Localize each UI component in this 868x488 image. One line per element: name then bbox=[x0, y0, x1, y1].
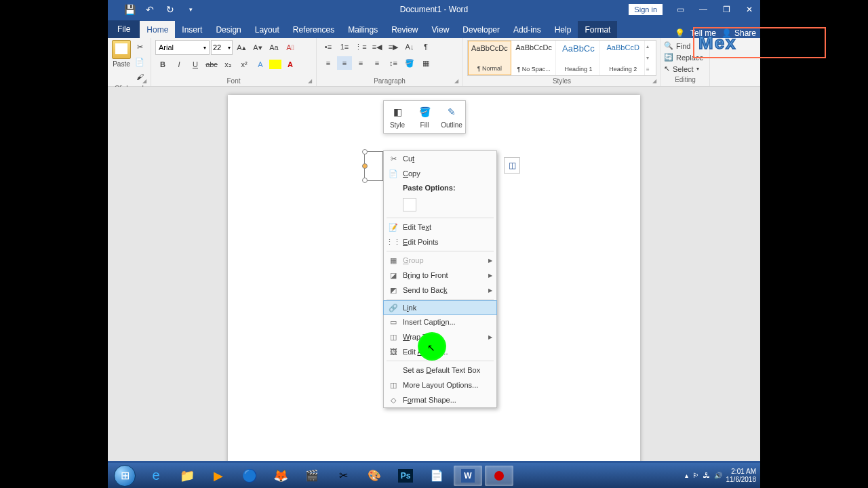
style-heading1[interactable]: AaBbCcHeading 1 bbox=[557, 41, 601, 75]
minimize-button[interactable]: — bbox=[692, 0, 714, 19]
tray-network-icon[interactable]: 🖧 bbox=[703, 472, 710, 479]
tab-developer[interactable]: Developer bbox=[456, 21, 507, 38]
underline-button[interactable]: U bbox=[188, 58, 203, 71]
tb-notepad[interactable]: 📄 bbox=[422, 466, 451, 486]
cut-icon[interactable]: ✂ bbox=[132, 40, 147, 54]
align-left-icon[interactable]: ≡ bbox=[321, 56, 336, 70]
ctx-copy[interactable]: 📄Copy bbox=[384, 166, 496, 181]
ctx-paste-option[interactable] bbox=[384, 193, 496, 216]
font-color-icon[interactable]: A bbox=[283, 58, 298, 71]
decrease-indent-icon[interactable]: ≡◀ bbox=[370, 40, 384, 54]
text-effects-icon[interactable]: A bbox=[253, 58, 268, 71]
ribbon-display-icon[interactable]: ▭ bbox=[669, 0, 691, 19]
change-case-icon[interactable]: Aa bbox=[267, 41, 281, 54]
tab-addins[interactable]: Add-ins bbox=[507, 21, 548, 38]
tray-flag-icon[interactable]: 🏳 bbox=[692, 472, 699, 479]
ctx-bring-front[interactable]: ◪Bring to Front▶ bbox=[384, 268, 496, 283]
paragraph-launcher-icon[interactable]: ◢ bbox=[454, 78, 461, 85]
mini-outline[interactable]: ✎Outline bbox=[438, 101, 465, 133]
tab-format[interactable]: Format bbox=[578, 21, 617, 38]
align-right-icon[interactable]: ≡ bbox=[353, 56, 368, 70]
grow-font-icon[interactable]: A▴ bbox=[234, 41, 249, 54]
line-spacing-icon[interactable]: ↕≡ bbox=[386, 56, 401, 70]
font-launcher-icon[interactable]: ◢ bbox=[308, 78, 315, 85]
maximize-button[interactable]: ❐ bbox=[715, 0, 737, 19]
ctx-cut[interactable]: ✂Cut bbox=[384, 151, 496, 166]
tellme-icon[interactable]: 💡 bbox=[675, 28, 685, 38]
tb-video[interactable]: 🎬 bbox=[298, 466, 326, 486]
mini-style[interactable]: ◧Style bbox=[384, 101, 411, 133]
highlight-icon[interactable] bbox=[269, 60, 281, 69]
tb-firefox[interactable]: 🦊 bbox=[267, 466, 295, 486]
ctx-link[interactable]: 🔗Link bbox=[383, 300, 497, 315]
tb-photoshop[interactable]: Ps bbox=[391, 466, 420, 486]
clipboard-launcher-icon[interactable]: ◢ bbox=[142, 78, 149, 85]
ctx-edit-alt[interactable]: 🖼Edit Alt Text... bbox=[384, 344, 496, 359]
numbering-icon[interactable]: 1≡ bbox=[337, 40, 352, 54]
tb-word[interactable]: W bbox=[454, 466, 482, 486]
style-nospacing[interactable]: AaBbCcDc¶ No Spac... bbox=[513, 41, 556, 75]
tray-volume-icon[interactable]: 🔊 bbox=[714, 472, 722, 479]
align-center-icon[interactable]: ≡ bbox=[337, 56, 352, 70]
show-marks-icon[interactable]: ¶ bbox=[418, 40, 433, 54]
signin-button[interactable]: Sign in bbox=[629, 4, 663, 15]
paste-button[interactable]: Paste bbox=[112, 40, 131, 83]
multilevel-icon[interactable]: ⋮≡ bbox=[353, 40, 368, 54]
justify-icon[interactable]: ≡ bbox=[370, 56, 384, 70]
tab-help[interactable]: Help bbox=[548, 21, 578, 38]
italic-button[interactable]: I bbox=[172, 58, 186, 71]
shading-icon[interactable]: 🪣 bbox=[402, 56, 417, 70]
superscript-button[interactable]: x² bbox=[237, 58, 252, 71]
tab-insert[interactable]: Insert bbox=[175, 21, 209, 38]
tab-mailings[interactable]: Mailings bbox=[341, 21, 384, 38]
styles-down-icon[interactable]: ▾ bbox=[646, 55, 656, 61]
bullets-icon[interactable]: •≡ bbox=[321, 40, 336, 54]
bold-button[interactable]: B bbox=[155, 58, 170, 71]
ctx-more-layout[interactable]: ◫More Layout Options... bbox=[384, 378, 496, 392]
tab-home[interactable]: Home bbox=[140, 21, 175, 38]
ctx-set-default[interactable]: Set as Default Text Box bbox=[384, 363, 496, 378]
sort-icon[interactable]: A↓ bbox=[402, 40, 417, 54]
tray-expand-icon[interactable]: ▴ bbox=[685, 472, 688, 479]
handle-bottom-left[interactable] bbox=[362, 178, 368, 183]
tab-layout[interactable]: Layout bbox=[248, 21, 286, 38]
increase-indent-icon[interactable]: ≡▶ bbox=[386, 40, 401, 54]
ctx-edit-text[interactable]: 📝Edit Text bbox=[384, 220, 496, 235]
save-icon[interactable]: 💾 bbox=[121, 2, 138, 17]
font-name-combo[interactable]: Arial▾ bbox=[155, 40, 210, 55]
redo-icon[interactable]: ↻ bbox=[162, 2, 178, 17]
handle-mid-left[interactable] bbox=[362, 163, 368, 169]
handle-top-left[interactable] bbox=[362, 149, 368, 155]
ctx-format-shape[interactable]: ◇Format Shape... bbox=[384, 392, 496, 407]
ctx-send-back[interactable]: ◩Send to Back▶ bbox=[384, 283, 496, 298]
tab-file[interactable]: File bbox=[108, 20, 140, 38]
tb-paint[interactable]: 🎨 bbox=[360, 466, 389, 486]
undo-icon[interactable]: ↶ bbox=[142, 2, 158, 17]
subscript-button[interactable]: x₂ bbox=[220, 58, 235, 71]
tb-wmp[interactable]: ▶ bbox=[204, 466, 233, 486]
styles-gallery[interactable]: AaBbCcDc¶ Normal AaBbCcDc¶ No Spac... Aa… bbox=[467, 40, 656, 76]
styles-up-icon[interactable]: ▴ bbox=[646, 43, 656, 49]
mini-fill[interactable]: 🪣Fill bbox=[411, 101, 438, 133]
ctx-insert-caption[interactable]: ▭Insert Caption... bbox=[384, 314, 496, 329]
tab-design[interactable]: Design bbox=[209, 21, 248, 38]
tb-recorder[interactable] bbox=[485, 466, 513, 486]
clear-format-icon[interactable]: A⃠ bbox=[283, 41, 298, 54]
ctx-wrap-text[interactable]: ◫Wrap Text▶ bbox=[384, 329, 496, 344]
shrink-font-icon[interactable]: A▾ bbox=[250, 41, 265, 54]
select-button[interactable]: ↖Select▾ bbox=[664, 64, 707, 74]
tb-explorer[interactable]: 📁 bbox=[173, 466, 201, 486]
style-heading2[interactable]: AaBbCcDHeading 2 bbox=[601, 41, 645, 75]
copy-icon[interactable]: 📄 bbox=[132, 55, 147, 68]
tb-chrome[interactable]: 🔵 bbox=[235, 466, 264, 486]
selected-textbox[interactable] bbox=[364, 151, 383, 181]
ctx-edit-points[interactable]: ⋮⋮Edit Points bbox=[384, 235, 496, 249]
clock[interactable]: 2:01 AM 11/6/2018 bbox=[726, 468, 757, 484]
tb-snip[interactable]: ✂ bbox=[329, 466, 357, 486]
tab-review[interactable]: Review bbox=[384, 21, 425, 38]
tab-view[interactable]: View bbox=[425, 21, 456, 38]
start-button[interactable]: ⊞ bbox=[111, 464, 139, 487]
close-button[interactable]: ✕ bbox=[738, 0, 760, 19]
layout-options-button[interactable]: ◫ bbox=[504, 157, 520, 174]
style-normal[interactable]: AaBbCcDc¶ Normal bbox=[468, 41, 511, 75]
